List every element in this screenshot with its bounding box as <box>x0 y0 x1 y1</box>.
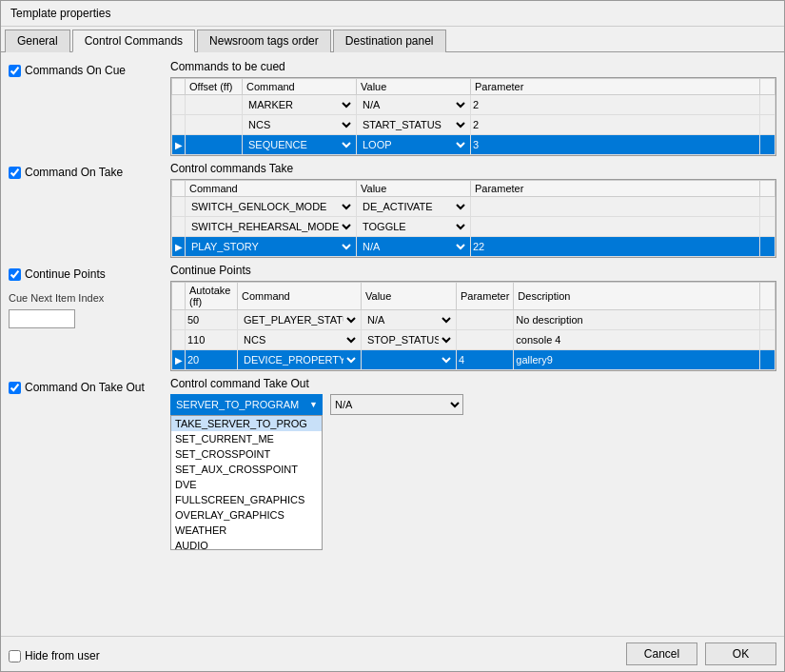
take-out-dropdown-list: TAKE_SERVER_TO_PROG SET_CURRENT_ME SET_C… <box>170 415 323 550</box>
dropdown-item-set-aux-crosspoint[interactable]: SET_AUX_CROSSPOINT <box>171 462 322 477</box>
command-on-take-out-section: Command On Take Out Control command Take… <box>9 377 776 415</box>
cell-value[interactable]: N/A <box>357 237 471 257</box>
command-select[interactable]: SWITCH_REHEARSAL_MODE <box>187 218 354 235</box>
value-select[interactable]: N/A <box>359 238 468 255</box>
table-row: SWITCH_REHEARSAL_MODE TOGGLE <box>172 217 775 237</box>
continue-points-checkbox[interactable] <box>9 268 21 281</box>
cell-parameter[interactable] <box>457 310 514 330</box>
cell-value[interactable]: TOGGLE <box>357 217 471 237</box>
cell-offset[interactable] <box>186 95 243 115</box>
row-arrow <box>172 115 186 135</box>
cell-command[interactable]: SEQUENCE <box>243 135 357 155</box>
cell-autotake[interactable] <box>186 310 238 330</box>
command-select[interactable]: PLAY_STORY <box>187 238 354 255</box>
table-row: SWITCH_GENLOCK_MODE DE_ACTIVATE <box>172 197 775 217</box>
command-on-take-checkbox-label[interactable]: Command On Take <box>9 166 161 179</box>
value-select[interactable]: N/A <box>359 96 468 113</box>
row-arrow: ▶ <box>172 237 186 257</box>
dropdown-item-dve[interactable]: DVE <box>171 477 322 492</box>
command-select[interactable]: SWITCH_GENLOCK_MODE <box>187 198 354 215</box>
content-area: Commands On Cue Commands to be cued Offs… <box>1 52 784 636</box>
cell-command[interactable]: GET_PLAYER_STATUS <box>238 310 362 330</box>
cue-next-label: Cue Next Item Index <box>9 292 161 304</box>
cell-command[interactable]: SWITCH_GENLOCK_MODE <box>186 197 357 217</box>
row-arrow <box>172 330 186 350</box>
row-arrow <box>172 217 186 237</box>
cell-parameter[interactable] <box>471 135 760 155</box>
dropdown-item-audio[interactable]: AUDIO <box>171 538 322 549</box>
value-select[interactable] <box>363 351 454 368</box>
cell-value[interactable]: N/A <box>362 310 457 330</box>
command-select[interactable]: SEQUENCE <box>245 136 354 153</box>
commands-on-cue-table-container: Offset (ff) Command Value Parameter <box>170 77 776 156</box>
command-select[interactable]: NCS <box>245 116 354 133</box>
col-autotake-header: Autotake (ff) <box>186 283 238 310</box>
cell-value[interactable]: START_STATUS <box>357 115 471 135</box>
cue-next-input[interactable] <box>9 309 75 328</box>
cell-autotake[interactable] <box>186 350 238 370</box>
cell-offset[interactable] <box>186 135 243 155</box>
value-select[interactable]: STOP_STATUS <box>363 331 454 348</box>
table-row: MARKER N/A <box>172 95 775 115</box>
hide-from-user-checkbox[interactable] <box>9 650 21 662</box>
commands-on-cue-checkbox[interactable] <box>9 65 21 77</box>
cell-parameter[interactable] <box>471 115 760 135</box>
row-arrow <box>172 95 186 115</box>
cell-value[interactable]: DE_ACTIVATE <box>357 197 471 217</box>
command-on-take-out-checkbox[interactable] <box>9 382 21 394</box>
tab-control-commands[interactable]: Control Commands <box>72 30 195 52</box>
take-out-selected-display[interactable]: SERVER_TO_PROGRAM ▼ <box>170 394 323 415</box>
hide-from-user-label[interactable]: Hide from user <box>9 646 100 665</box>
cell-command[interactable]: MARKER <box>243 95 357 115</box>
command-select[interactable]: DEVICE_PROPERTY <box>240 351 359 368</box>
cell-value[interactable]: LOOP <box>357 135 471 155</box>
command-select[interactable]: MARKER <box>245 96 354 113</box>
dropdown-item-set-current-me[interactable]: SET_CURRENT_ME <box>171 431 322 446</box>
dropdown-item-take-server[interactable]: TAKE_SERVER_TO_PROG <box>171 416 322 431</box>
command-on-take-title: Control commands Take <box>170 162 776 175</box>
cell-parameter[interactable] <box>471 197 760 217</box>
dropdown-item-set-crosspoint[interactable]: SET_CROSSPOINT <box>171 446 322 462</box>
ok-button[interactable]: OK <box>705 642 776 665</box>
cell-command[interactable]: PLAY_STORY <box>186 237 357 257</box>
value-select[interactable]: LOOP <box>359 136 468 153</box>
col-parameter-header3: Parameter <box>457 283 514 310</box>
scroll-cell <box>760 330 775 350</box>
cell-parameter[interactable] <box>471 95 760 115</box>
value-select[interactable]: START_STATUS <box>359 116 468 133</box>
command-select[interactable]: GET_PLAYER_STATUS <box>240 311 359 328</box>
continue-points-checkbox-label[interactable]: Continue Points <box>9 267 161 281</box>
tab-newsroom-tags[interactable]: Newsroom tags order <box>197 30 331 52</box>
cell-command[interactable]: SWITCH_REHEARSAL_MODE <box>186 217 357 237</box>
scroll-cell <box>760 135 775 155</box>
dropdown-item-overlay-graphics[interactable]: OVERLAY_GRAPHICS <box>171 507 322 523</box>
dropdown-item-weather[interactable]: WEATHER <box>171 523 322 538</box>
value-select[interactable]: N/A <box>363 311 454 328</box>
cancel-button[interactable]: Cancel <box>626 642 697 665</box>
commands-on-cue-checkbox-label[interactable]: Commands On Cue <box>9 64 161 77</box>
command-on-take-out-checkbox-label[interactable]: Command On Take Out <box>9 381 161 394</box>
cell-autotake[interactable] <box>186 330 238 350</box>
cell-offset[interactable] <box>186 115 243 135</box>
commands-on-cue-table: Offset (ff) Command Value Parameter <box>171 78 775 155</box>
cell-command[interactable]: NCS <box>243 115 357 135</box>
cell-value[interactable]: STOP_STATUS <box>362 330 457 350</box>
dropdown-scroll-area[interactable]: TAKE_SERVER_TO_PROG SET_CURRENT_ME SET_C… <box>171 416 322 549</box>
tab-general[interactable]: General <box>5 30 70 52</box>
dropdown-item-fullscreen-graphics[interactable]: FULLSCREEN_GRAPHICS <box>171 492 322 507</box>
cell-parameter[interactable] <box>457 330 514 350</box>
command-select[interactable]: NCS <box>240 331 359 348</box>
command-on-take-checkbox[interactable] <box>9 167 21 179</box>
take-out-value-select[interactable]: N/A <box>330 394 463 415</box>
value-select[interactable]: DE_ACTIVATE <box>359 198 468 215</box>
cell-value[interactable]: N/A <box>357 95 471 115</box>
row-arrow: ▶ <box>172 350 186 370</box>
cell-parameter[interactable] <box>457 350 514 370</box>
value-select[interactable]: TOGGLE <box>359 218 468 235</box>
cell-command[interactable]: NCS <box>238 330 362 350</box>
tab-destination-panel[interactable]: Destination panel <box>333 30 446 52</box>
cell-parameter[interactable] <box>471 217 760 237</box>
cell-command[interactable]: DEVICE_PROPERTY <box>238 350 362 370</box>
cell-parameter[interactable] <box>471 237 760 257</box>
cell-value[interactable] <box>362 350 457 370</box>
